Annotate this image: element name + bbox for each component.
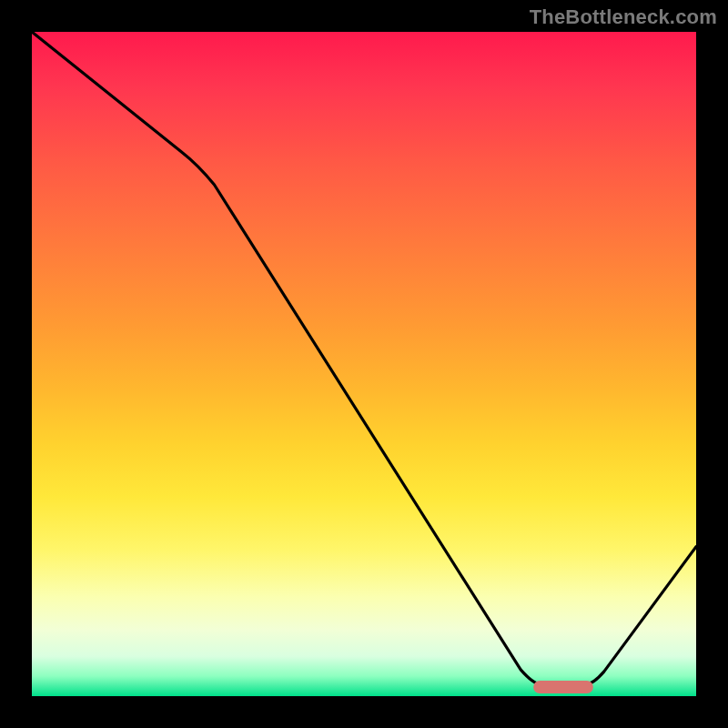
chart-frame: TheBottleneck.com (0, 0, 728, 728)
watermark-text: TheBottleneck.com (530, 5, 717, 29)
bottleneck-curve-line (32, 32, 696, 684)
optimum-marker (533, 681, 593, 693)
chart-overlay-svg (0, 0, 728, 728)
